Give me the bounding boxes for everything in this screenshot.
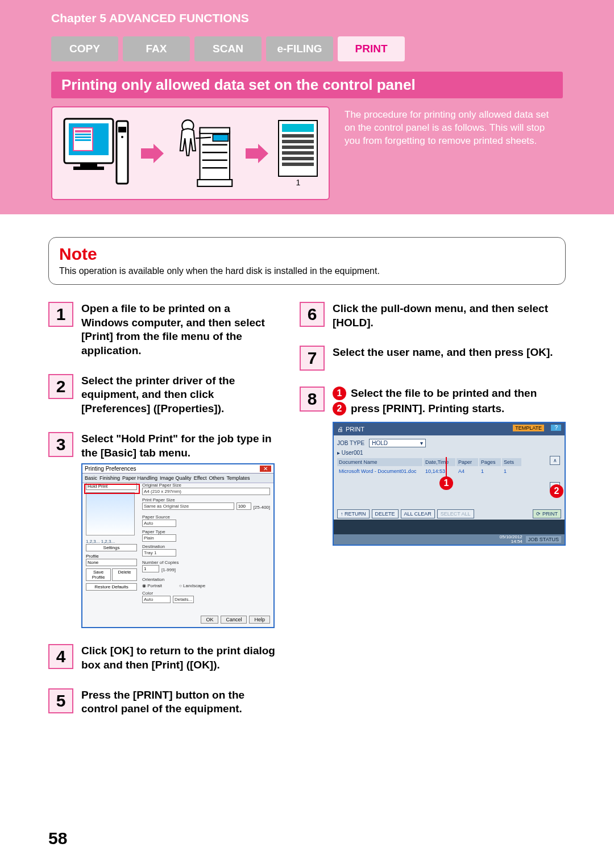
ok-button[interactable]: OK bbox=[201, 616, 218, 624]
step-number: 2 bbox=[48, 374, 73, 399]
selectall-button[interactable]: SELECT ALL bbox=[437, 509, 474, 518]
step-text: Select "Hold Print" for the job type in … bbox=[81, 432, 277, 460]
diagram-row: 1 The procedure for printing only allowe… bbox=[51, 106, 563, 200]
timestamp: 05/10/2012 14:54 bbox=[500, 535, 522, 544]
delete-button[interactable]: Delete bbox=[112, 568, 137, 581]
step-text: Press the [PRINT] button on the control … bbox=[81, 688, 277, 716]
template-button[interactable]: TEMPLATE bbox=[513, 425, 544, 431]
workflow-diagram: 1 bbox=[51, 106, 330, 200]
callout-1: 1 bbox=[439, 476, 453, 490]
paper-source-dropdown[interactable]: Auto bbox=[142, 520, 176, 527]
tab-efiling[interactable]: e-FILING bbox=[266, 36, 333, 61]
scale-input[interactable] bbox=[237, 502, 251, 510]
svg-rect-5 bbox=[75, 136, 91, 138]
step-text: Click the pull-down menu, and then selec… bbox=[333, 302, 566, 330]
mfp-icon bbox=[173, 112, 236, 194]
step-7: 7 Select the user name, and then press [… bbox=[300, 346, 566, 371]
svg-rect-8 bbox=[73, 167, 104, 170]
section-title: Printing only allowed data set on the co… bbox=[51, 72, 563, 98]
tab-scan[interactable]: SCAN bbox=[194, 36, 262, 61]
copies-input[interactable] bbox=[142, 565, 159, 572]
tab-copy[interactable]: COPY bbox=[51, 36, 118, 61]
landscape-radio[interactable]: ○ Landscape bbox=[179, 583, 205, 588]
print-button[interactable]: ⟳ PRINT bbox=[533, 509, 561, 518]
sub-step-2-icon: 2 bbox=[333, 402, 346, 416]
step-text: Select the printer driver of the equipme… bbox=[81, 374, 277, 416]
close-icon[interactable]: ✕ bbox=[260, 466, 271, 472]
profile-label: Profile bbox=[86, 554, 137, 559]
delete-button[interactable]: DELETE bbox=[372, 509, 399, 518]
settings-button[interactable]: Settings bbox=[86, 544, 137, 551]
tab-paper-handling[interactable]: Paper Handling bbox=[122, 475, 157, 481]
table-row[interactable]: Microsoft Word - Document01.doc 10,14:53… bbox=[337, 467, 561, 475]
orientation-label: Orientation bbox=[142, 577, 270, 582]
print-icon: 🖨 bbox=[337, 426, 343, 433]
tab-finishing[interactable]: Finishing bbox=[99, 475, 120, 481]
scale-range: [25-400] bbox=[254, 505, 270, 510]
jobstatus-button[interactable]: JOB STATUS bbox=[526, 536, 561, 543]
svg-rect-19 bbox=[202, 167, 227, 169]
step-text: 1Select the file to be printed and then … bbox=[333, 387, 537, 417]
computer-icon bbox=[63, 118, 131, 189]
help-button[interactable]: ? bbox=[551, 425, 561, 431]
details-button[interactable]: Details... bbox=[173, 596, 194, 603]
paper-type-dropdown[interactable]: Plain bbox=[142, 534, 176, 542]
tab-effect[interactable]: Effect bbox=[194, 475, 207, 481]
svg-rect-4 bbox=[75, 134, 91, 135]
save-profile-button[interactable]: Save Profile bbox=[86, 568, 111, 581]
profile-dropdown[interactable]: None bbox=[86, 559, 137, 566]
restore-defaults-button[interactable]: Restore Defaults bbox=[86, 583, 137, 591]
diagram-description: The procedure for printing only allowed … bbox=[341, 106, 563, 200]
svg-rect-6 bbox=[75, 139, 91, 141]
help-button[interactable]: Help bbox=[249, 616, 270, 624]
step-number: 1 bbox=[48, 302, 73, 327]
tab-strip: Basic Finishing Paper Handling Image Qua… bbox=[82, 474, 273, 483]
step-2: 2 Select the printer driver of the equip… bbox=[48, 374, 277, 416]
cell-paper: A4 bbox=[457, 467, 478, 475]
col-pages: Pages bbox=[479, 458, 501, 466]
color-dropdown[interactable]: Auto bbox=[142, 596, 171, 603]
tab-print[interactable]: PRINT bbox=[338, 36, 405, 61]
output-doc-icon: 1 bbox=[278, 120, 318, 187]
page-number: 58 bbox=[48, 829, 67, 848]
step-8: 8 1Select the file to be printed and the… bbox=[300, 387, 566, 417]
note-text: This operation is available only when th… bbox=[59, 266, 555, 276]
jobtype-dropdown[interactable]: HOLD▾ bbox=[369, 439, 426, 447]
user-row[interactable]: ▸ User001 bbox=[337, 450, 561, 456]
tab-others[interactable]: Others bbox=[209, 475, 224, 481]
tab-templates[interactable]: Templates bbox=[227, 475, 250, 481]
col-sets: Sets bbox=[502, 458, 521, 466]
sub-step-2-text: press [PRINT]. Printing starts. bbox=[351, 402, 504, 416]
preview-thumb bbox=[86, 492, 135, 535]
diagram-caption-1: 1 bbox=[278, 178, 318, 187]
arrow-icon bbox=[141, 144, 164, 163]
allclear-button[interactable]: ALL CLEAR bbox=[401, 509, 435, 518]
tab-image-quality[interactable]: Image Quality bbox=[160, 475, 192, 481]
left-column: 1 Open a file to be printed on a Windows… bbox=[48, 302, 277, 732]
step-number: 3 bbox=[48, 432, 73, 457]
cell-pages: 1 bbox=[479, 467, 501, 475]
cancel-button[interactable]: Cancel bbox=[221, 616, 247, 624]
scroll-up-button[interactable]: ∧ bbox=[550, 456, 560, 465]
step-number: 7 bbox=[300, 346, 325, 371]
step-3: 3 Select "Hold Print" for the job type i… bbox=[48, 432, 277, 460]
print-paper-dropdown[interactable]: Same as Original Size bbox=[142, 502, 234, 510]
tab-fax[interactable]: FAX bbox=[123, 36, 190, 61]
preview-label: 1,2,3... 1,2,3... bbox=[86, 539, 137, 544]
step-text: Open a file to be printed on a Windows c… bbox=[81, 302, 277, 358]
chevron-down-icon: ▾ bbox=[420, 440, 423, 446]
svg-rect-10 bbox=[118, 127, 126, 132]
window-titlebar: Printing Preferences ✕ bbox=[82, 464, 273, 474]
svg-rect-20 bbox=[197, 180, 232, 186]
paper-size-dropdown[interactable]: A4 (210 x 297mm) bbox=[142, 488, 270, 495]
chapter-label: Chapter 5 ADVANCED FUNCTIONS bbox=[0, 11, 614, 36]
return-button[interactable]: ↑ RETURN bbox=[337, 509, 370, 518]
destination-dropdown[interactable]: Tray 1 bbox=[142, 549, 176, 556]
svg-rect-15 bbox=[213, 135, 228, 142]
note-box: Note This operation is available only wh… bbox=[48, 237, 566, 285]
portrait-radio[interactable]: ◉ Portrait bbox=[142, 583, 162, 588]
paper-type-label: Paper Type bbox=[142, 529, 270, 534]
svg-rect-7 bbox=[80, 163, 97, 167]
cell-sets: 1 bbox=[502, 467, 521, 475]
tab-basic[interactable]: Basic bbox=[85, 475, 97, 481]
